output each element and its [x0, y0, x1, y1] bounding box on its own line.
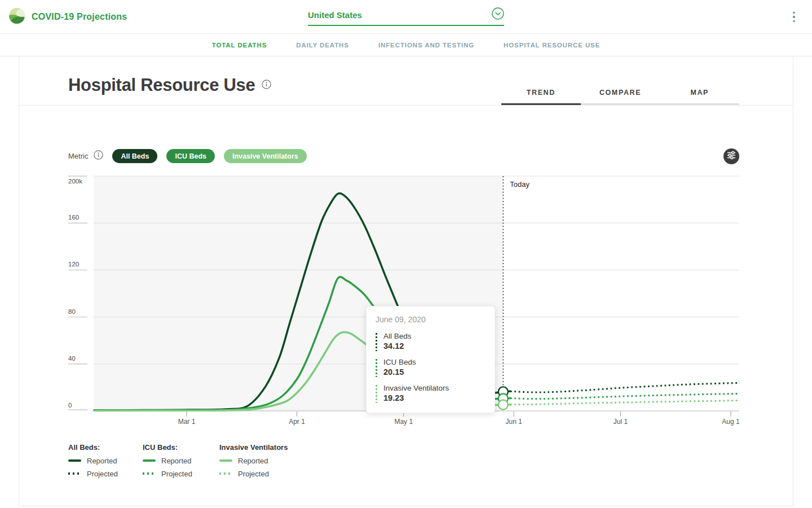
today-label: Today [510, 180, 529, 189]
nav-tab-infections-testing[interactable]: INFECTIONS AND TESTING [378, 42, 474, 49]
projected-line [510, 401, 740, 405]
metric-label: Metric [68, 152, 88, 160]
title-divider [19, 105, 794, 106]
x-tick-label: Mar 1 [178, 418, 196, 426]
tab-compare[interactable]: COMPARE [581, 81, 660, 105]
series-marker-icu-beds [376, 359, 377, 377]
view-tabs: TREND COMPARE MAP [501, 81, 739, 105]
series-marker-invasive-ventilators [376, 385, 377, 403]
x-tick-label: Jul 1 [614, 418, 628, 426]
chevron-down-icon [492, 7, 504, 22]
location-selector[interactable]: United States [308, 5, 504, 26]
legend-item-label: Projected [87, 470, 118, 478]
metric-info-icon[interactable] [94, 150, 103, 162]
legend-item: Projected [143, 470, 192, 478]
legend-item: Projected [219, 470, 288, 478]
x-axis: Mar 1Apr 1May 1Jun 1Jul 1Aug 1 [178, 411, 740, 426]
y-tick-label: 160 [68, 214, 79, 221]
y-tick-label: 80 [68, 308, 76, 315]
tab-map[interactable]: MAP [660, 81, 739, 105]
chart-tooltip: June 09, 2020 All Beds 34.12 ICU Beds 20… [366, 306, 495, 413]
legend-group-invasive-ventilators: Invasive Ventilators Reported Projected [219, 443, 288, 478]
legend-item-label: Reported [161, 457, 191, 465]
tooltip-label: Invasive Ventilators [383, 384, 449, 392]
app-header: COVID-19 Projections United States [0, 0, 812, 34]
tooltip-entry: ICU Beds 20.15 [376, 358, 486, 377]
metric-selector: Metric All Beds ICU Beds Invasive Ventil… [68, 149, 307, 163]
projected-line [510, 383, 740, 392]
y-tick-label: 40 [68, 355, 76, 362]
legend-title: All Beds: [68, 443, 118, 452]
legend-item-label: Reported [87, 457, 117, 465]
x-tick-label: Apr 1 [289, 418, 305, 426]
y-tick-label: 0 [68, 402, 72, 409]
legend-item-label: Reported [238, 457, 268, 465]
dotted-line-swatch [143, 472, 156, 475]
dotted-line-swatch [68, 472, 81, 475]
solid-line-swatch [219, 459, 232, 462]
series-marker-all-beds [376, 333, 377, 351]
page-title: Hospital Resource Use [68, 75, 255, 95]
legend-item: Reported [219, 457, 288, 465]
y-tick-label: 200k [68, 178, 82, 185]
overflow-menu-button[interactable] [785, 8, 803, 26]
tooltip-label: ICU Beds [383, 358, 416, 366]
x-tick-label: May 1 [394, 418, 413, 426]
content-card: Hospital Resource Use TREND COMPARE MAP … [19, 56, 793, 506]
nav-tab-hospital-resource-use[interactable]: HOSPITAL RESOURCE USE [504, 42, 600, 49]
app-logo [9, 8, 25, 26]
legend-item: Reported [143, 457, 192, 465]
title-info-icon[interactable] [262, 80, 271, 91]
tooltip-value: 34.12 [383, 341, 412, 351]
y-axis: 200k16012080400 [68, 176, 87, 410]
main-nav: TOTAL DEATHS DAILY DEATHS INFECTIONS AND… [0, 34, 812, 56]
y-tick-label: 120 [68, 261, 79, 268]
chart-settings-button[interactable] [723, 148, 739, 164]
legend-group-icu-beds: ICU Beds: Reported Projected [143, 443, 192, 478]
metric-pill-all-beds[interactable]: All Beds [112, 149, 157, 163]
tooltip-entry: All Beds 34.12 [376, 332, 486, 351]
x-tick-label: Jun 1 [506, 418, 523, 426]
metric-pill-invasive-ventilators[interactable]: Invasive Ventilators [224, 149, 307, 163]
tooltip-value: 20.15 [383, 367, 416, 376]
solid-line-swatch [68, 459, 81, 462]
legend-item-label: Projected [161, 470, 192, 478]
tooltip-label: All Beds [383, 332, 412, 340]
tooltip-date: June 09, 2020 [376, 315, 486, 324]
metric-pill-icu-beds[interactable]: ICU Beds [166, 149, 215, 163]
brand: COVID-19 Projections [9, 0, 127, 34]
sliders-icon [726, 150, 736, 163]
nav-tab-daily-deaths[interactable]: DAILY DEATHS [296, 42, 349, 49]
tooltip-value: 19.23 [383, 393, 449, 402]
kebab-dot [793, 12, 795, 14]
solid-line-swatch [143, 459, 156, 462]
legend-item: Projected [68, 470, 118, 478]
legend-title: Invasive Ventilators [219, 443, 288, 452]
projected-line [510, 393, 740, 398]
tab-trend[interactable]: TREND [501, 81, 581, 105]
legend-group-all-beds: All Beds: Reported Projected [68, 443, 118, 478]
legend-title: ICU Beds: [143, 443, 192, 452]
nav-tab-total-deaths[interactable]: TOTAL DEATHS [212, 42, 267, 49]
covid-projections-page: COVID-19 Projections United States TOTAL… [0, 0, 812, 508]
kebab-dot [793, 20, 795, 23]
app-title: COVID-19 Projections [32, 12, 127, 22]
x-tick-label: Aug 1 [722, 418, 740, 426]
location-value: United States [308, 10, 362, 20]
kebab-dot [793, 16, 795, 18]
legend-item-label: Projected [238, 470, 269, 478]
hover-marker-invasive-ventilators[interactable] [498, 400, 508, 409]
legend-item: Reported [68, 457, 118, 465]
dotted-line-swatch [219, 472, 232, 475]
tooltip-entry: Invasive Ventilators 19.23 [376, 384, 486, 403]
